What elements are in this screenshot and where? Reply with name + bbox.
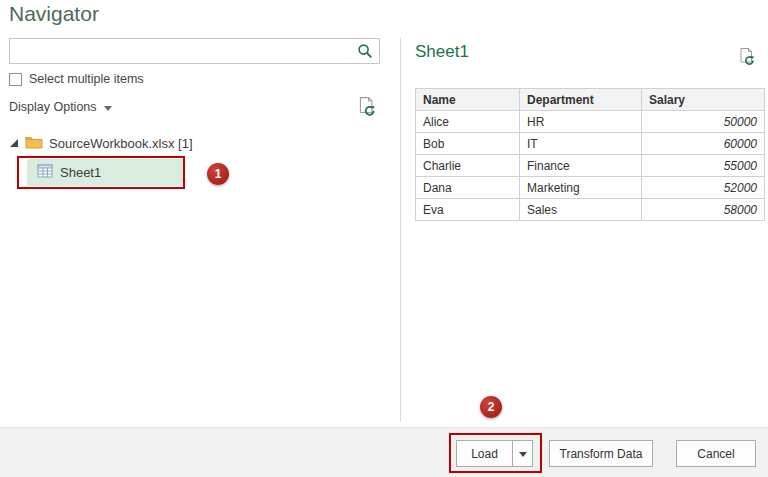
cell-name: Alice (416, 111, 520, 133)
refresh-preview-icon[interactable] (737, 47, 757, 67)
refresh-document-icon[interactable] (356, 96, 378, 118)
navigator-dialog: Navigator Select multiple items Display … (0, 0, 768, 477)
select-multiple-row: Select multiple items (9, 72, 144, 86)
chevron-down-icon (104, 106, 112, 111)
display-options-label: Display Options (9, 100, 97, 114)
dialog-title: Navigator (9, 2, 99, 26)
cell-department: HR (520, 111, 642, 133)
sheet-label: Sheet1 (60, 165, 101, 180)
select-multiple-label: Select multiple items (29, 72, 144, 86)
cell-department: Marketing (520, 177, 642, 199)
cell-salary: 52000 (642, 177, 765, 199)
cell-department: Sales (520, 199, 642, 221)
cell-salary: 60000 (642, 133, 765, 155)
table-row: Charlie Finance 55000 (416, 155, 765, 177)
cell-salary: 58000 (642, 199, 765, 221)
table-row: Bob IT 60000 (416, 133, 765, 155)
search-input[interactable] (10, 39, 357, 63)
tree-expand-icon[interactable] (9, 138, 19, 148)
preview-title: Sheet1 (415, 42, 469, 62)
tree-item-workbook[interactable]: SourceWorkbook.xlsx [1] (9, 132, 193, 154)
column-header-salary: Salary (642, 89, 765, 111)
preview-table: Name Department Salary Alice HR 50000 Bo… (415, 88, 765, 221)
chevron-down-icon (519, 452, 527, 457)
cell-department: Finance (520, 155, 642, 177)
cell-name: Bob (416, 133, 520, 155)
table-header-row: Name Department Salary (416, 89, 765, 111)
table-row: Dana Marketing 52000 (416, 177, 765, 199)
cell-name: Dana (416, 177, 520, 199)
table-row: Eva Sales 58000 (416, 199, 765, 221)
search-icon (357, 43, 373, 59)
display-options-dropdown[interactable]: Display Options (9, 100, 112, 114)
column-header-department: Department (520, 89, 642, 111)
cell-name: Eva (416, 199, 520, 221)
select-multiple-checkbox[interactable] (9, 73, 22, 86)
panel-divider (400, 38, 401, 422)
workbook-label: SourceWorkbook.xlsx [1] (49, 136, 193, 151)
cell-name: Charlie (416, 155, 520, 177)
tree-item-sheet1[interactable]: Sheet1 (27, 159, 184, 186)
cell-department: IT (520, 133, 642, 155)
worksheet-icon (37, 164, 53, 181)
load-dropdown-button[interactable] (512, 440, 533, 467)
table-row: Alice HR 50000 (416, 111, 765, 133)
cancel-button[interactable]: Cancel (676, 440, 756, 467)
annotation-step-1-badge: 1 (207, 163, 229, 185)
annotation-step-2-badge: 2 (480, 396, 502, 418)
transform-data-button[interactable]: Transform Data (549, 440, 653, 467)
cell-salary: 50000 (642, 111, 765, 133)
column-header-name: Name (416, 89, 520, 111)
search-box (9, 38, 380, 64)
cell-salary: 55000 (642, 155, 765, 177)
folder-icon (25, 135, 43, 152)
load-button[interactable]: Load (456, 440, 513, 467)
